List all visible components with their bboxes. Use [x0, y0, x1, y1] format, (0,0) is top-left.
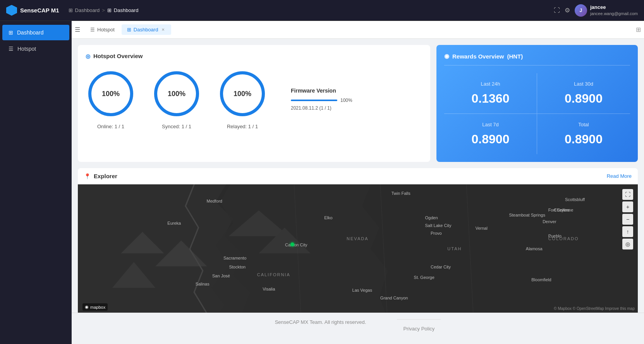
- reward-last24h-label: Last 24h: [450, 81, 531, 87]
- firmware-bar: [291, 100, 337, 101]
- breadcrumb-item1[interactable]: Dashboard: [75, 7, 100, 13]
- map-city-label: Elko: [324, 215, 332, 220]
- stat-online-label: Online: 1 / 1: [97, 124, 124, 129]
- stat-synced: 100% Synced: 1 / 1: [151, 69, 202, 129]
- content-area: ☰ ☰ Hotspot ⊞ Dashboard ✕ ⊞: [72, 21, 644, 344]
- circle-synced-text: 100%: [168, 90, 185, 98]
- reward-last30d-value: 0.8900: [543, 91, 624, 106]
- top-row: ◎ Hotspot Overview 100%: [78, 45, 638, 162]
- map-container[interactable]: MedfordEurekaSacramentoStocktonSan JoséS…: [78, 184, 638, 313]
- hotspot-stats: 100% Online: 1 / 1 100%: [86, 69, 422, 129]
- map-north-btn[interactable]: ↑: [622, 226, 633, 237]
- map-locate-btn[interactable]: ◎: [622, 239, 633, 249]
- tab-hotspot-label: Hotspot: [97, 27, 115, 33]
- map-city-label: Denver: [543, 219, 556, 224]
- explorer-title-text: Explorer: [94, 173, 117, 179]
- map-city-label: Grand Canyon: [380, 296, 408, 300]
- tab-close-button[interactable]: ✕: [160, 27, 166, 33]
- rewards-unit: (HNT): [507, 53, 523, 60]
- firmware-version: 2021.08.11.2 (1 / 1): [291, 105, 352, 111]
- avatar-initials: J: [580, 8, 582, 13]
- sidebar-item-dashboard[interactable]: ⊞ Dashboard: [2, 25, 69, 40]
- tabs-menu-icon[interactable]: ☰: [75, 26, 80, 33]
- mapbox-logo: ◉ mapbox: [82, 303, 108, 311]
- map-city-label: Las Vegas: [352, 288, 372, 292]
- map-fullscreen-btn[interactable]: ⛶: [622, 189, 633, 200]
- map-city-label: Alamosa: [526, 246, 543, 251]
- stat-synced-label: Synced: 1 / 1: [162, 124, 191, 129]
- map-region-label: CALIFORNIA: [257, 272, 290, 277]
- tab-dashboard-label: Dashboard: [134, 27, 158, 33]
- explorer-title-icon: 📍: [84, 173, 91, 179]
- mapbox-icon: ◉: [85, 304, 89, 310]
- circle-online: 100%: [86, 69, 136, 119]
- reward-total-label: Total: [543, 122, 624, 127]
- rewards-icon: ◉: [444, 53, 449, 60]
- fullscreen-icon[interactable]: ⛶: [554, 7, 560, 14]
- tab-hotspot-icon: ☰: [90, 27, 95, 33]
- map-city-label: Ogden: [425, 215, 438, 220]
- mapbox-text: mapbox: [90, 305, 105, 310]
- explorer-header: 📍 Explorer Read More: [78, 168, 638, 184]
- tabs-bar: ☰ ☰ Hotspot ⊞ Dashboard ✕ ⊞: [72, 21, 644, 39]
- dashboard-content: ◎ Hotspot Overview 100%: [72, 39, 644, 313]
- map-zoom-out-btn[interactable]: −: [622, 214, 633, 225]
- settings-icon[interactable]: ⚙: [565, 7, 570, 14]
- sidebar-item-hotspot[interactable]: ☰ Hotspot: [2, 41, 69, 57]
- breadcrumb-icon: ⊞: [69, 7, 73, 13]
- circle-relayed: 100%: [217, 69, 268, 119]
- breadcrumb-item2[interactable]: Dashboard: [114, 7, 139, 13]
- read-more-link[interactable]: Read More: [607, 173, 632, 179]
- top-navigation: SenseCAP M1 ⊞ Dashboard > ⊞ Dashboard ⛶ …: [0, 0, 644, 21]
- tab-hotspot[interactable]: ☰ Hotspot: [85, 24, 120, 35]
- rewards-title-text: Rewards Overview: [452, 53, 504, 60]
- map-city-label: Fort Collins: [548, 208, 570, 212]
- tabs-left: ☰ ☰ Hotspot ⊞ Dashboard ✕: [75, 24, 171, 35]
- breadcrumb-separator: >: [102, 7, 105, 13]
- map-svg: [78, 184, 638, 313]
- user-name: jancee: [590, 4, 638, 11]
- map-region-label: NEVADA: [347, 236, 368, 241]
- tabs-right-icon[interactable]: ⊞: [636, 26, 641, 33]
- footer: SenseCAP MX Team. All rights reserved. P…: [72, 313, 644, 344]
- reward-total: Total 0.8900: [537, 114, 630, 154]
- map-region-label: UTAH: [447, 246, 462, 251]
- firmware-bar-fill: [291, 100, 337, 101]
- reward-last30d-label: Last 30d: [543, 81, 624, 87]
- stat-relayed: 100% Relayed: 1 / 1: [217, 69, 268, 129]
- map-zoom-in-btn[interactable]: +: [622, 201, 633, 212]
- tab-dashboard-icon: ⊞: [127, 27, 131, 33]
- sidebar: ⊞ Dashboard ☰ Hotspot: [0, 21, 72, 344]
- rewards-grid: Last 24h 0.1360 Last 30d 0.8900 Last 7d …: [444, 73, 630, 154]
- sidebar-label-dashboard: Dashboard: [17, 29, 44, 36]
- explorer-title: 📍 Explorer: [84, 173, 117, 179]
- circle-relayed-text: 100%: [234, 90, 251, 98]
- user-info: J jancee jancee.wang@gmail.com: [575, 4, 638, 17]
- reward-last7d-value: 0.8900: [450, 132, 531, 146]
- breadcrumb: ⊞ Dashboard > ⊞ Dashboard: [69, 7, 139, 13]
- reward-last7d-label: Last 7d: [450, 122, 531, 127]
- stat-relayed-label: Relayed: 1 / 1: [227, 124, 258, 129]
- logo-icon: [6, 5, 17, 16]
- footer-privacy[interactable]: Privacy Policy: [397, 319, 441, 338]
- app-name: SenseCAP M1: [20, 7, 59, 14]
- map-city-label: Salt Lake City: [425, 223, 452, 228]
- map-controls: ⛶ + − ↑ ◎: [622, 189, 633, 250]
- hotspot-title-icon: ◎: [86, 53, 90, 59]
- tab-dashboard[interactable]: ⊞ Dashboard ✕: [122, 24, 172, 35]
- firmware-info: Firmware Version 100% 2021.08.11.2 (1 / …: [291, 88, 352, 111]
- reward-last30d: Last 30d 0.8900: [537, 73, 630, 114]
- map-city-label: St. George: [414, 275, 434, 280]
- map-city-label: Twin Falls: [392, 191, 410, 196]
- reward-total-value: 0.8900: [543, 132, 624, 146]
- map-city-label: Carson City: [285, 243, 307, 247]
- firmware-title: Firmware Version: [291, 88, 352, 94]
- reward-last7d: Last 7d 0.8900: [444, 114, 537, 154]
- reward-last24h-value: 0.1360: [450, 91, 531, 106]
- map-city-label: Medford: [207, 199, 222, 203]
- hotspot-overview-card: ◎ Hotspot Overview 100%: [78, 45, 430, 162]
- map-city-label: Vernal: [476, 226, 488, 230]
- firmware-percent: 100%: [340, 98, 352, 103]
- nav-right: ⛶ ⚙ J jancee jancee.wang@gmail.com: [554, 4, 638, 17]
- circle-online-text: 100%: [102, 90, 120, 98]
